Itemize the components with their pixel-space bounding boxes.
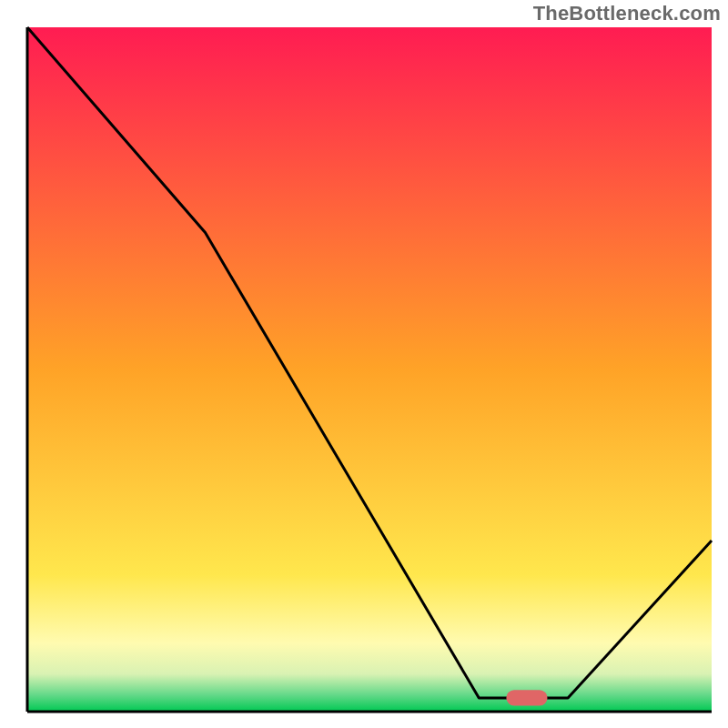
chart-stage: TheBottleneck.com [0,0,728,728]
bottleneck-curve-chart [0,0,728,728]
optimal-point-marker [506,690,547,705]
plot-background [27,27,712,712]
